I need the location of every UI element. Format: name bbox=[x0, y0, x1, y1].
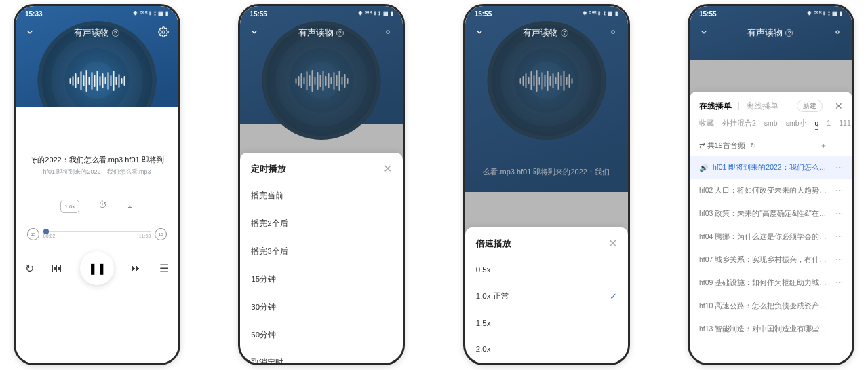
help-icon[interactable]: ? bbox=[785, 29, 793, 37]
timer-option[interactable]: 30分钟 bbox=[240, 293, 403, 321]
collapse-icon[interactable] bbox=[699, 27, 709, 39]
svg-point-0 bbox=[162, 31, 165, 33]
item-more-icon[interactable]: ⋯ bbox=[835, 164, 843, 172]
phone-timer: 15:55 ✱ ⁵⁸ᴷ ⫴ ⟟ ▦ ▮ 有声读物? 定时播放 ✕ 播完当前播完2… bbox=[238, 4, 405, 365]
collapse-icon[interactable] bbox=[475, 27, 484, 39]
shuffle-icon[interactable]: ⇄ bbox=[699, 141, 705, 149]
playlist-subtab[interactable]: q bbox=[815, 119, 819, 130]
status-icons: ✱ ⁵⁸ᴷ ⫴ ⟟ ▦ ▮ bbox=[583, 10, 618, 17]
new-playlist-button[interactable]: 新建 bbox=[797, 100, 823, 112]
speed-button[interactable]: 1.0x bbox=[60, 200, 79, 213]
timer-option[interactable]: 播完3个后 bbox=[240, 238, 403, 265]
svg-point-1 bbox=[387, 31, 389, 33]
player-artwork-area: 15:33 ✱ ⁵⁸ᴷ ⫴ ⟟ ▦ ▮ 有声读物 ? bbox=[16, 6, 178, 107]
timer-option[interactable]: 取消定时 bbox=[240, 349, 403, 363]
item-more-icon[interactable]: ⋯ bbox=[835, 187, 843, 195]
playlist-subtab[interactable]: 外挂混合2 bbox=[722, 119, 756, 130]
collapse-icon[interactable] bbox=[250, 27, 259, 39]
player-header: 有声读物 ? bbox=[16, 21, 178, 44]
speed-option[interactable]: 2.0x bbox=[465, 336, 628, 362]
playlist-subtab[interactable]: smb bbox=[764, 119, 778, 130]
playlist-item[interactable]: hf02 人口：将如何改变未来的大趋势？…⋯ bbox=[690, 179, 852, 202]
waveform-icon bbox=[60, 69, 134, 93]
settings-icon[interactable] bbox=[158, 26, 169, 39]
speed-option[interactable]: 1.0x 正常✓ bbox=[465, 282, 628, 310]
download-icon[interactable]: ⤓ bbox=[126, 200, 134, 213]
rewind-15-icon[interactable]: 15 bbox=[27, 228, 39, 240]
timer-option[interactable]: 播完当前 bbox=[240, 182, 403, 210]
phone-speed: 15:55 ✱ ⁵⁸ᴷ ⫴ ⟟ ▦ ▮ 有声读物? 么看.mp3 hf01 即将… bbox=[463, 4, 630, 365]
header-title: 有声读物 bbox=[747, 26, 783, 39]
playlist-item[interactable]: hf03 政策：未来的"高度确定&性&"在哪…⋯ bbox=[690, 202, 852, 225]
settings-icon[interactable] bbox=[382, 26, 393, 39]
playlist-icon[interactable]: ☰ bbox=[159, 262, 169, 275]
speaker-icon: 🔊 bbox=[699, 164, 709, 172]
progress-row: 15 00:02 11:53 15 bbox=[27, 228, 167, 240]
prev-track-icon[interactable]: ⏮ bbox=[52, 262, 62, 274]
status-bar: 15:55 ✱ ⁵⁸ᴷ ⫴ ⟟ ▦ ▮ bbox=[690, 6, 852, 21]
more-icon[interactable]: ⋯ bbox=[835, 141, 843, 151]
speed-options: 0.5x1.0x 正常✓1.5x2.0x bbox=[465, 257, 628, 362]
playlist-subtabs: 收藏外挂混合2smbsmb小q1111 bbox=[690, 116, 852, 136]
close-icon[interactable]: ✕ bbox=[608, 237, 617, 250]
player-header: 有声读物? bbox=[240, 21, 403, 44]
help-icon[interactable]: ? bbox=[336, 29, 344, 37]
playlist-subtab[interactable]: smb小 bbox=[786, 119, 807, 130]
playlist-item[interactable]: hf10 高速公路：怎么把负债变成资产？…⋯ bbox=[690, 295, 852, 318]
track-subtitle: hf01 即将到来的2022：我们怎么看.mp3 bbox=[43, 168, 151, 177]
header-title: 有声读物 bbox=[298, 26, 334, 39]
item-more-icon[interactable]: ⋯ bbox=[835, 256, 843, 264]
playlist-subtab[interactable]: 收藏 bbox=[699, 119, 714, 130]
sleep-timer-icon[interactable]: ⏱ bbox=[98, 200, 107, 213]
refresh-icon[interactable]: ↻ bbox=[750, 141, 756, 149]
status-time: 15:55 bbox=[250, 10, 267, 18]
status-time: 15:33 bbox=[25, 10, 43, 18]
help-icon[interactable]: ? bbox=[112, 29, 119, 37]
playlist-item[interactable]: 🔊hf01 即将到来的2022：我们怎么看…⋯ bbox=[690, 156, 852, 179]
speed-option[interactable]: 1.5x bbox=[465, 310, 628, 336]
item-more-icon[interactable]: ⋯ bbox=[835, 302, 843, 310]
close-icon[interactable]: ✕ bbox=[383, 162, 392, 175]
playlist-item[interactable]: hf04 腾挪：为什么这是你必须学会的生…⋯ bbox=[690, 225, 852, 248]
playlist-items: 🔊hf01 即将到来的2022：我们怎么看…⋯hf02 人口：将如何改变未来的大… bbox=[690, 156, 852, 341]
tab-offline[interactable]: 离线播单 bbox=[746, 100, 778, 112]
add-icon[interactable]: ＋ bbox=[820, 141, 827, 151]
repeat-icon[interactable]: ↻ bbox=[25, 262, 34, 275]
settings-icon[interactable] bbox=[608, 26, 618, 39]
item-more-icon[interactable]: ⋯ bbox=[835, 210, 843, 218]
collapse-icon[interactable] bbox=[25, 27, 35, 39]
svg-point-3 bbox=[836, 31, 839, 33]
item-more-icon[interactable]: ⋯ bbox=[835, 325, 843, 333]
tab-online[interactable]: 在线播单 bbox=[699, 100, 732, 112]
timer-option[interactable]: 播完2个后 bbox=[240, 210, 403, 238]
timer-option[interactable]: 15分钟 bbox=[240, 265, 403, 293]
timer-options: 播完当前播完2个后播完3个后15分钟30分钟60分钟取消定时 bbox=[240, 182, 403, 363]
next-track-icon[interactable]: ⏭ bbox=[131, 262, 142, 274]
header-title: 有声读物 bbox=[523, 26, 558, 39]
playlist-item[interactable]: hf13 智能制造：对中国制造业有哪些好…⋯ bbox=[690, 318, 852, 341]
settings-icon[interactable] bbox=[832, 26, 843, 39]
playlist-sheet: 在线播单 离线播单 新建 ✕ 收藏外挂混合2smbsmb小q1111 ⇄ 共19… bbox=[690, 92, 852, 363]
pause-button[interactable]: ❚❚ bbox=[80, 251, 114, 285]
header-title: 有声读物 bbox=[74, 26, 109, 39]
timer-option[interactable]: 60分钟 bbox=[240, 321, 403, 349]
status-icons: ✱ ⁵⁸ᴷ ⫴ ⟟ ▦ ▮ bbox=[807, 10, 843, 17]
player-header: 有声读物? bbox=[465, 21, 628, 44]
playlist-count: 共19首音频 bbox=[707, 141, 745, 149]
playlist-item[interactable]: hf09 基础设施：如何作为枢纽助力城乡…⋯ bbox=[690, 272, 852, 295]
close-icon[interactable]: ✕ bbox=[835, 100, 843, 111]
sheet-title: 定时播放 bbox=[251, 163, 286, 175]
player-header: 有声读物? bbox=[690, 21, 852, 44]
progress-slider[interactable] bbox=[43, 231, 151, 232]
playlist-item[interactable]: hf07 城乡关系：实现乡村振兴，有什么…⋯ bbox=[690, 248, 852, 272]
check-icon: ✓ bbox=[610, 291, 617, 301]
item-more-icon[interactable]: ⋯ bbox=[835, 233, 843, 241]
forward-15-icon[interactable]: 15 bbox=[155, 228, 167, 240]
item-more-icon[interactable]: ⋯ bbox=[835, 279, 843, 287]
playlist-subtab[interactable]: 111 bbox=[839, 119, 851, 130]
help-icon[interactable]: ? bbox=[561, 29, 568, 37]
playlist-subtab[interactable]: 1 bbox=[827, 119, 831, 130]
time-elapsed: 00:02 bbox=[43, 234, 56, 238]
status-bar: 15:33 ✱ ⁵⁸ᴷ ⫴ ⟟ ▦ ▮ bbox=[16, 6, 178, 21]
speed-option[interactable]: 0.5x bbox=[465, 257, 628, 282]
